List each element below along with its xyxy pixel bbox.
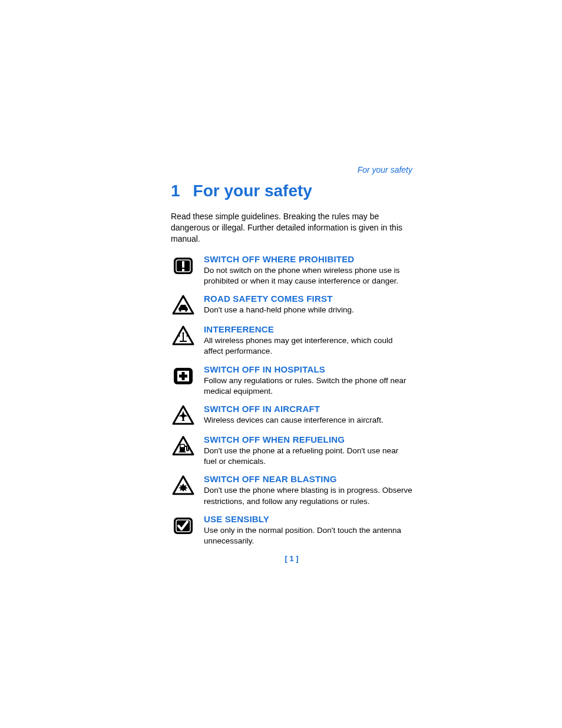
safety-item-text: SWITCH OFF WHEN REFUELING Don't use the … bbox=[204, 434, 412, 467]
safety-item-text: SWITCH OFF IN AIRCRAFT Wireless devices … bbox=[204, 404, 412, 426]
safety-item: INTERFERENCE All wireless phones may get… bbox=[171, 324, 412, 357]
chapter-title: 1For your safety bbox=[171, 182, 412, 200]
safety-item-body: Don't use the phone at a refueling point… bbox=[204, 446, 412, 467]
svg-rect-3 bbox=[182, 269, 184, 271]
safety-item-text: SWITCH OFF WHERE PROHIBITED Do not switc… bbox=[204, 254, 412, 286]
running-header: For your safety bbox=[171, 165, 412, 174]
svg-rect-6 bbox=[183, 334, 184, 341]
safety-item-body: Don't use a hand-held phone while drivin… bbox=[204, 305, 412, 315]
safety-item-body: Follow any regulations or rules. Switch … bbox=[204, 375, 412, 397]
svg-rect-13 bbox=[181, 444, 184, 447]
safety-item: SWITCH OFF WHEN REFUELING Don't use the … bbox=[171, 434, 412, 467]
intro-paragraph: Read these simple guidelines. Breaking t… bbox=[171, 211, 412, 245]
safety-item-text: SWITCH OFF IN HOSPITALS Follow any regul… bbox=[204, 364, 412, 397]
blast-triangle-icon bbox=[171, 474, 196, 498]
svg-rect-14 bbox=[179, 452, 186, 453]
safety-item-body: Do not switch on the phone when wireless… bbox=[204, 265, 412, 286]
page-number: [ 1 ] bbox=[171, 554, 412, 563]
safety-item: SWITCH OFF NEAR BLASTING Don't use the p… bbox=[171, 474, 412, 506]
safety-item-heading: SWITCH OFF WHERE PROHIBITED bbox=[204, 254, 412, 264]
safety-item-body: Use only in the normal position. Don't t… bbox=[204, 525, 412, 546]
safety-item-text: USE SENSIBLY Use only in the normal posi… bbox=[204, 514, 412, 546]
safety-item-heading: SWITCH OFF NEAR BLASTING bbox=[204, 474, 412, 484]
safety-item-heading: INTERFERENCE bbox=[204, 324, 412, 334]
car-triangle-icon bbox=[171, 294, 196, 317]
safety-item: SWITCH OFF IN AIRCRAFT Wireless devices … bbox=[171, 404, 412, 427]
chapter-number: 1 bbox=[171, 182, 180, 200]
hospital-square-icon bbox=[171, 364, 196, 388]
safety-item-heading: SWITCH OFF IN AIRCRAFT bbox=[204, 404, 412, 414]
safety-item-heading: ROAD SAFETY COMES FIRST bbox=[204, 294, 412, 304]
antenna-triangle-icon bbox=[171, 324, 196, 348]
safety-item-text: ROAD SAFETY COMES FIRST Don't use a hand… bbox=[204, 294, 412, 315]
safety-item-body: Wireless devices can cause interference … bbox=[204, 415, 412, 426]
chapter-heading-text: For your safety bbox=[193, 182, 312, 200]
safety-item-heading: SWITCH OFF IN HOSPITALS bbox=[204, 364, 412, 374]
safety-item-heading: USE SENSIBLY bbox=[204, 514, 412, 524]
safety-item: SWITCH OFF WHERE PROHIBITED Do not switc… bbox=[171, 254, 412, 286]
page-content: For your safety 1For your safety Read th… bbox=[171, 165, 412, 554]
svg-rect-11 bbox=[179, 374, 187, 377]
safety-item-heading: SWITCH OFF WHEN REFUELING bbox=[204, 434, 412, 444]
svg-point-4 bbox=[179, 309, 181, 312]
exclamation-square-icon bbox=[171, 254, 196, 278]
check-square-icon bbox=[171, 514, 196, 538]
svg-point-5 bbox=[185, 309, 187, 312]
airplane-triangle-icon bbox=[171, 404, 196, 427]
safety-item-text: SWITCH OFF NEAR BLASTING Don't use the p… bbox=[204, 474, 412, 506]
safety-item: SWITCH OFF IN HOSPITALS Follow any regul… bbox=[171, 364, 412, 397]
safety-item-text: INTERFERENCE All wireless phones may get… bbox=[204, 324, 412, 357]
svg-point-7 bbox=[182, 332, 184, 334]
safety-item-body: All wireless phones may get interference… bbox=[204, 335, 412, 357]
fuel-triangle-icon bbox=[171, 434, 196, 458]
svg-rect-2 bbox=[182, 261, 184, 268]
safety-item: ROAD SAFETY COMES FIRST Don't use a hand… bbox=[171, 294, 412, 317]
safety-item-body: Don't use the phone where blasting is in… bbox=[204, 485, 412, 506]
safety-item: USE SENSIBLY Use only in the normal posi… bbox=[171, 514, 412, 546]
